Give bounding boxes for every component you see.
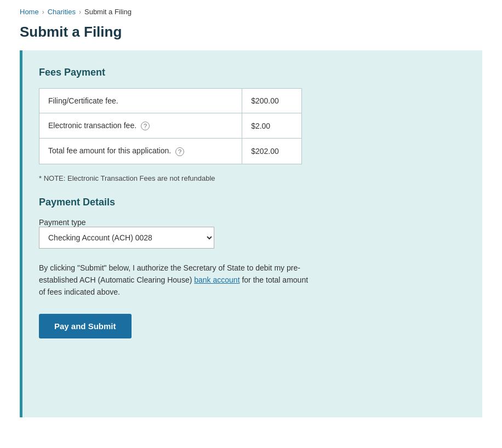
fee-label-3: Total fee amount for this application. ? [39,139,242,164]
tooltip-icon-1[interactable]: ? [141,122,150,130]
tooltip-icon-2[interactable]: ? [175,147,184,156]
breadcrumb: Home › Charities › Submit a Filing [0,0,502,21]
breadcrumb-current: Submit a Filing [84,8,132,16]
breadcrumb-home[interactable]: Home [20,8,39,16]
breadcrumb-charities[interactable]: Charities [48,8,76,16]
bank-account-link[interactable]: bank account [194,275,239,284]
fees-table: Filing/Certificate fee. $200.00 Electron… [39,88,302,164]
fee-label-2: Electronic transaction fee. ? [39,113,242,139]
table-row: Filing/Certificate fee. $200.00 [39,89,302,113]
authorization-text: By clicking "Submit" below, I authorize … [39,262,313,298]
main-content: Fees Payment Filing/Certificate fee. $20… [20,50,482,417]
table-row: Electronic transaction fee. ? $2.00 [39,113,302,139]
pay-and-submit-button[interactable]: Pay and Submit [39,314,132,338]
table-row: Total fee amount for this application. ?… [39,139,302,164]
fee-amount-2: $2.00 [242,113,302,139]
payment-type-field: Payment type Checking Account (ACH) 0028 [39,218,466,249]
page-title: Submit a Filing [0,21,502,50]
note-text: * NOTE: Electronic Transaction Fees are … [39,174,466,182]
fee-amount-3: $202.00 [242,139,302,164]
breadcrumb-separator-1: › [42,8,44,16]
payment-details-heading: Payment Details [39,197,466,208]
payment-type-label: Payment type [39,218,86,227]
fee-amount-1: $200.00 [242,89,302,113]
fees-section-heading: Fees Payment [39,67,466,78]
breadcrumb-separator-2: › [79,8,81,16]
payment-type-select[interactable]: Checking Account (ACH) 0028 [39,227,214,249]
fee-label-1: Filing/Certificate fee. [39,89,242,113]
